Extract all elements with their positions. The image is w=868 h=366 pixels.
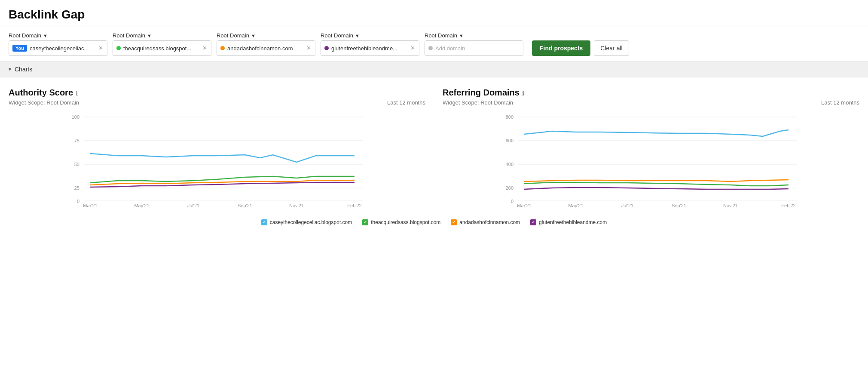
referring-domains-chart: Referring Domains ℹ Widget Scope: Root D… [443, 88, 859, 207]
domain-placeholder-5: Add domain [435, 45, 520, 52]
charts-header-label: Charts [15, 66, 32, 73]
authority-subtitle-row: Widget Scope: Root Domain Last 12 months [9, 99, 425, 106]
authority-score-chart: Authority Score ℹ Widget Scope: Root Dom… [9, 88, 425, 207]
domain-bar: Root Domain ▼ You caseythecollegeceliac.… [0, 27, 868, 62]
charts-body: Authority Score ℹ Widget Scope: Root Dom… [0, 77, 868, 214]
domain-value-2: theacquiredsass.blogspot... [123, 45, 199, 52]
domain-field-3: andadashofcinnamon.com × [217, 40, 315, 56]
authority-scope: Widget Scope: Root Domain [9, 99, 79, 106]
close-domain-2[interactable]: × [202, 45, 208, 52]
domain-label-4[interactable]: Root Domain ▼ [321, 32, 419, 39]
svg-text:Nov'21: Nov'21 [723, 203, 738, 208]
domain-group-1: Root Domain ▼ You caseythecollegeceliac.… [9, 32, 107, 56]
domain-dot-5 [428, 46, 433, 50]
chevron-down-icon-5: ▼ [459, 33, 464, 38]
domain-value-3: andadashofcinnamon.com [227, 45, 303, 52]
legend-label-2: theacquiredsass.blogspot.com [371, 219, 440, 225]
domain-field-5[interactable]: Add domain [425, 40, 523, 56]
svg-text:75: 75 [74, 138, 79, 143]
chevron-down-icon-1: ▼ [43, 33, 48, 38]
referring-subtitle-row: Widget Scope: Root Domain Last 12 months [443, 99, 859, 106]
svg-text:Mar'21: Mar'21 [83, 203, 97, 208]
chevron-down-icon-3: ▼ [251, 33, 256, 38]
domain-group-4: Root Domain ▼ glutenfreethebibleandme...… [321, 32, 419, 56]
svg-text:Feb'22: Feb'22 [347, 203, 361, 208]
domain-label-2[interactable]: Root Domain ▼ [113, 32, 211, 39]
domain-field-4: glutenfreethebibleandme... × [321, 40, 419, 56]
svg-text:400: 400 [506, 162, 513, 167]
svg-text:100: 100 [72, 114, 79, 120]
domain-label-3[interactable]: Root Domain ▼ [217, 32, 315, 39]
domain-label-1[interactable]: Root Domain ▼ [9, 32, 107, 39]
svg-text:0: 0 [511, 199, 513, 204]
chevron-down-icon-2: ▼ [147, 33, 152, 38]
referring-svg: 800 600 400 200 0 Mar'21 May'21 [443, 113, 859, 207]
legend-label-3: andadashofcinnamon.com [459, 219, 520, 225]
domain-group-5: Root Domain ▼ Add domain [425, 32, 523, 56]
svg-text:800: 800 [506, 114, 513, 120]
domain-dot-4 [324, 46, 329, 50]
svg-text:May'21: May'21 [568, 203, 583, 208]
collapse-icon: ▾ [9, 66, 11, 72]
svg-text:Mar'21: Mar'21 [517, 203, 531, 208]
referring-domains-title: Referring Domains ℹ [443, 88, 859, 98]
close-domain-1[interactable]: × [98, 45, 104, 52]
authority-period: Last 12 months [387, 99, 425, 106]
domain-dot-3 [220, 46, 225, 50]
legend-item-3[interactable]: ✓ andadashofcinnamon.com [451, 219, 520, 225]
referring-period: Last 12 months [821, 99, 859, 106]
svg-text:Feb'22: Feb'22 [781, 203, 795, 208]
domain-field-1: You caseythecollegeceliac... × [9, 40, 107, 56]
domain-field-2: theacquiredsass.blogspot... × [113, 40, 211, 56]
domain-label-5[interactable]: Root Domain ▼ [425, 32, 523, 39]
legend-label-4: glutenfreethebibleandme.com [539, 219, 607, 225]
legend-item-2[interactable]: ✓ theacquiredsass.blogspot.com [362, 219, 440, 225]
legend-checkbox-3: ✓ [451, 219, 457, 225]
page-title: Backlink Gap [9, 8, 859, 22]
svg-text:25: 25 [74, 185, 79, 191]
referring-scope: Widget Scope: Root Domain [443, 99, 513, 106]
legend-item-1[interactable]: ✓ caseythecollegeceliac.blogspot.com [261, 219, 352, 225]
svg-text:600: 600 [506, 138, 513, 143]
svg-text:50: 50 [74, 162, 79, 167]
svg-text:Jul'21: Jul'21 [187, 203, 199, 208]
action-buttons: Find prospects Clear all [532, 40, 629, 56]
domain-value-1: caseythecollegeceliac... [30, 45, 95, 52]
authority-svg: 100 75 50 25 0 Mar'21 May'21 Ju [9, 113, 425, 207]
svg-text:0: 0 [77, 199, 79, 204]
domain-value-4: glutenfreethebibleandme... [331, 45, 407, 52]
svg-text:May'21: May'21 [134, 203, 149, 208]
svg-text:Jul'21: Jul'21 [621, 203, 633, 208]
domain-group-3: Root Domain ▼ andadashofcinnamon.com × [217, 32, 315, 56]
close-domain-4[interactable]: × [410, 45, 416, 52]
clear-all-button[interactable]: Clear all [594, 40, 629, 56]
legend-checkbox-1: ✓ [261, 219, 267, 225]
referring-chart-area: 800 600 400 200 0 Mar'21 May'21 [443, 113, 859, 207]
page-header: Backlink Gap [0, 0, 868, 27]
domain-dot-2 [116, 46, 121, 50]
charts-header[interactable]: ▾ Charts [0, 62, 868, 77]
authority-score-title: Authority Score ℹ [9, 88, 425, 98]
domain-group-2: Root Domain ▼ theacquiredsass.blogspot..… [113, 32, 211, 56]
you-badge: You [12, 45, 27, 52]
chevron-down-icon-4: ▼ [355, 33, 360, 38]
legend-label-1: caseythecollegeceliac.blogspot.com [270, 219, 352, 225]
charts-section: ▾ Charts Authority Score ℹ Widget Scope:… [0, 62, 868, 227]
find-prospects-button[interactable]: Find prospects [532, 40, 590, 56]
svg-text:Sep'21: Sep'21 [672, 203, 686, 208]
legend-checkbox-4: ✓ [530, 219, 536, 225]
svg-text:200: 200 [506, 185, 513, 191]
legend-checkbox-2: ✓ [362, 219, 368, 225]
authority-chart-area: 100 75 50 25 0 Mar'21 May'21 Ju [9, 113, 425, 207]
chart-legend: ✓ caseythecollegeceliac.blogspot.com ✓ t… [0, 214, 868, 227]
svg-text:Nov'21: Nov'21 [289, 203, 304, 208]
svg-text:Sep'21: Sep'21 [238, 203, 252, 208]
close-domain-3[interactable]: × [306, 45, 312, 52]
info-icon-referring[interactable]: ℹ [522, 90, 524, 97]
info-icon-authority[interactable]: ℹ [76, 90, 78, 97]
legend-item-4[interactable]: ✓ glutenfreethebibleandme.com [530, 219, 607, 225]
